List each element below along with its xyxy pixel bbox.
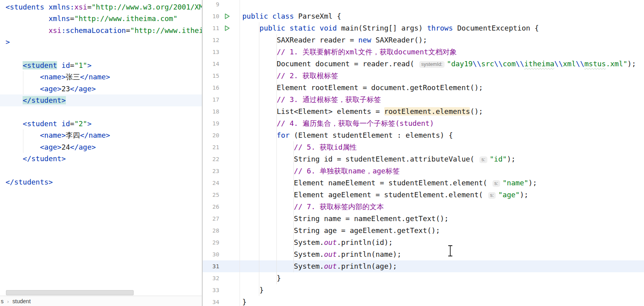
line-number[interactable]: 25: [203, 189, 219, 201]
xml-editor-pane[interactable]: <students xmlns:xsi="http://www.w3.org/2…: [0, 0, 203, 306]
xml-line-5[interactable]: [0, 48, 202, 60]
line-number[interactable]: 32: [203, 272, 219, 284]
gutter-cell: [219, 189, 240, 201]
code-text: Document document = reader.read( systemI…: [240, 58, 636, 70]
breadcrumb: s › student: [0, 296, 202, 306]
code-text: }: [240, 272, 281, 284]
line-number[interactable]: 15: [203, 70, 219, 82]
java-line-17[interactable]: 17 // 3. 通过根标签，获取子标签: [203, 94, 644, 106]
xml-line-2[interactable]: xmlns="http://www.itheima.com": [0, 13, 202, 24]
run-icon[interactable]: [219, 22, 240, 34]
xml-line-10[interactable]: [0, 106, 202, 118]
gutter-cell: [219, 213, 240, 225]
gutter-cell: [219, 129, 240, 141]
line-number[interactable]: 26: [203, 201, 219, 213]
gutter-cell: [219, 201, 240, 213]
xml-line-8[interactable]: <age>23</age>: [0, 83, 202, 94]
line-number[interactable]: 27: [203, 213, 219, 225]
java-line-16[interactable]: 16 Element rootElement = document.getRoo…: [203, 82, 644, 94]
line-number[interactable]: 19: [203, 117, 219, 129]
java-editor-pane[interactable]: 910public class ParseXml {11 public stat…: [203, 0, 644, 306]
line-number[interactable]: 17: [203, 94, 219, 106]
xml-line-7[interactable]: <name>张三</name>: [0, 71, 202, 83]
gutter-cell: [219, 46, 240, 58]
gutter-cell: [219, 58, 240, 70]
horizontal-scrollbar-thumb[interactable]: [6, 290, 134, 295]
xml-line-13[interactable]: <age>24</age>: [0, 141, 202, 153]
java-line-20[interactable]: 20 for (Element studentElement : element…: [203, 129, 644, 141]
xml-line-6[interactable]: <student id="1">: [0, 60, 202, 71]
line-number[interactable]: 30: [203, 248, 219, 260]
java-line-21[interactable]: 21 // 5. 获取id属性: [203, 141, 644, 153]
java-line-30[interactable]: 30 System.out.println(name);: [203, 248, 644, 260]
xml-line-15[interactable]: [0, 164, 202, 176]
java-line-18[interactable]: 18 List<Element> elements = rootElement.…: [203, 106, 644, 117]
xml-code-lines: <students xmlns:xsi="http://www.w3.org/2…: [0, 1, 202, 188]
xml-line-1[interactable]: <students xmlns:xsi="http://www.w3.org/2…: [0, 1, 202, 13]
line-number[interactable]: 18: [203, 106, 219, 117]
gutter-cell: [219, 165, 240, 177]
line-number[interactable]: 16: [203, 82, 219, 94]
xml-line-14[interactable]: </student>: [0, 153, 202, 164]
java-line-11[interactable]: 11 public static void main(String[] args…: [203, 22, 644, 34]
line-number[interactable]: 13: [203, 46, 219, 58]
code-text: String age = ageElement.getText();: [240, 225, 440, 237]
java-line-25[interactable]: 25 Element ageElement = studentElement.e…: [203, 189, 644, 201]
inlay-hint: s:: [479, 156, 487, 163]
java-line-23[interactable]: 23 // 6. 单独获取name，age标签: [203, 165, 644, 177]
java-line-22[interactable]: 22 String id = studentElement.attributeV…: [203, 153, 644, 165]
code-text: }: [240, 284, 264, 296]
code-text: [240, 0, 242, 10]
line-number[interactable]: 14: [203, 58, 219, 70]
line-number[interactable]: 22: [203, 153, 219, 165]
java-line-33[interactable]: 33 }: [203, 284, 644, 296]
xml-line-9[interactable]: </student>: [0, 94, 202, 106]
java-line-31[interactable]: 31 System.out.println(age);: [203, 260, 644, 272]
line-number[interactable]: 9: [203, 0, 219, 10]
breadcrumb-item-students-clipped[interactable]: s: [1, 298, 4, 304]
java-line-10[interactable]: 10public class ParseXml {: [203, 10, 644, 22]
java-line-12[interactable]: 12 SAXReader reader = new SAXReader();: [203, 34, 644, 46]
line-number[interactable]: 11: [203, 22, 219, 34]
java-line-9[interactable]: 9: [203, 0, 644, 10]
line-number[interactable]: 24: [203, 177, 219, 189]
line-number[interactable]: 20: [203, 129, 219, 141]
gutter-cell: [219, 94, 240, 106]
java-line-26[interactable]: 26 // 7. 获取标签内部的文本: [203, 201, 644, 213]
java-line-34[interactable]: 34}: [203, 296, 644, 306]
xml-line-12[interactable]: <name>李四</name>: [0, 129, 202, 141]
line-number[interactable]: 23: [203, 165, 219, 177]
java-line-29[interactable]: 29 System.out.println(id);: [203, 237, 644, 248]
code-text: // 5. 获取id属性: [240, 141, 357, 153]
java-line-15[interactable]: 15 // 2. 获取根标签: [203, 70, 644, 82]
line-number[interactable]: 12: [203, 34, 219, 46]
line-number[interactable]: 21: [203, 141, 219, 153]
gutter-cell: [219, 34, 240, 46]
java-line-27[interactable]: 27 String name = nameElement.getText();: [203, 213, 644, 225]
java-line-28[interactable]: 28 String age = ageElement.getText();: [203, 225, 644, 237]
code-text: String id = studentElement.attributeValu…: [240, 153, 516, 165]
line-number[interactable]: 28: [203, 225, 219, 237]
run-icon[interactable]: [219, 10, 240, 22]
gutter-cell: [219, 272, 240, 284]
xml-line-3[interactable]: xsi:schemaLocation="http://www.ithei: [0, 25, 202, 36]
line-number[interactable]: 33: [203, 284, 219, 296]
line-number[interactable]: 31: [203, 260, 219, 272]
gutter-cell: [219, 70, 240, 82]
breadcrumb-item-student[interactable]: student: [12, 298, 31, 304]
gutter-cell: [219, 82, 240, 94]
gutter-cell: [219, 177, 240, 189]
line-number[interactable]: 34: [203, 296, 219, 306]
inlay-hint: s:: [493, 180, 500, 187]
java-line-24[interactable]: 24 Element nameElement = studentElement.…: [203, 177, 644, 189]
java-line-14[interactable]: 14 Document document = reader.read( syst…: [203, 58, 644, 70]
xml-line-11[interactable]: <student id="2">: [0, 118, 202, 129]
line-number[interactable]: 29: [203, 237, 219, 248]
xml-line-16[interactable]: </students>: [0, 176, 202, 188]
java-line-19[interactable]: 19 // 4. 遍历集合，获取每一个子标签(student): [203, 117, 644, 129]
java-line-13[interactable]: 13 // 1. 关联要解析的xml文件，获取document文档对象: [203, 46, 644, 58]
gutter-cell: [219, 117, 240, 129]
line-number[interactable]: 10: [203, 10, 219, 22]
xml-line-4[interactable]: >: [0, 36, 202, 48]
java-line-32[interactable]: 32 }: [203, 272, 644, 284]
